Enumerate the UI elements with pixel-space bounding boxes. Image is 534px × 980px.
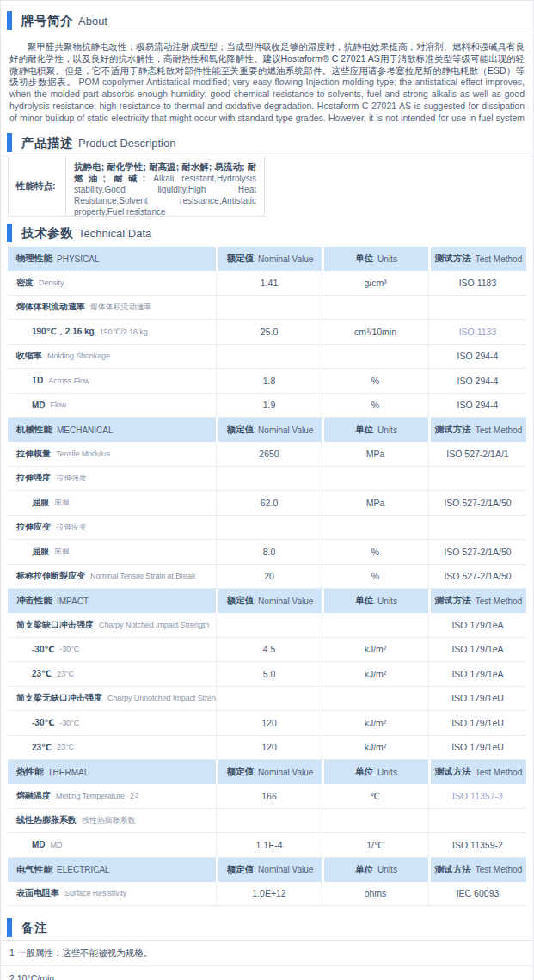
table-row: -30℃-30°C120kJ/m²ISO 179/1eU	[8, 711, 526, 736]
group-name-zh: 电气性能	[16, 864, 52, 876]
col-header-nominal-value: 额定值Nominal Value	[216, 247, 322, 271]
nominal-value-cell: 2650	[216, 442, 322, 466]
table-row: 拉伸应变拉伸应变	[8, 516, 526, 541]
test-method-cell	[428, 809, 526, 833]
col-header-test-method-en: Test Method	[476, 426, 522, 435]
test-method-cell: ISO 527-2/1A/50	[428, 491, 526, 515]
col-header-test-method: 测试方法Test Method	[428, 247, 526, 271]
col-header-nominal-value-zh: 额定值	[227, 766, 255, 778]
property-label-cell: 熔体体积流动速率熔体体积流动速率	[8, 296, 216, 320]
property-label-en: Charpy Notched Impact Strength	[99, 621, 209, 629]
test-method-cell: ISO 179/1eU	[428, 687, 526, 711]
col-header-test-method-en: Test Method	[476, 597, 522, 606]
property-label-en: Molding Shrinkage	[47, 352, 110, 360]
table-group-header: 冲击性能IMPACT额定值Nominal Value单位Units测试方法Tes…	[8, 589, 526, 613]
table-row: 密度Density1.41g/cm³ISO 1183	[8, 271, 526, 296]
col-header-nominal-value-zh: 额定值	[227, 864, 255, 876]
col-header-nominal-value: 额定值Nominal Value	[216, 858, 322, 882]
test-method-cell: ISO 294-4	[428, 369, 526, 393]
test-method-link[interactable]: ISO 1133	[428, 320, 526, 344]
unit-cell: %	[322, 369, 428, 393]
test-method-cell: ISO 527-2/1A/50	[428, 540, 526, 564]
nominal-value-cell: 25.0	[216, 320, 322, 344]
test-method-cell: ISO 179/1eA	[428, 613, 526, 637]
nominal-value-cell	[216, 516, 322, 540]
table-row: 屈服屈服8.0%ISO 527-2/1A/50	[8, 540, 526, 565]
nominal-value-cell: 166	[216, 784, 322, 808]
col-header-units: 单位Units	[322, 418, 428, 442]
unit-cell: MPa	[322, 442, 428, 466]
unit-cell: MPa	[322, 491, 428, 515]
unit-cell: kJ/m²	[322, 711, 428, 735]
test-method-cell: ISO 11359-2	[428, 833, 526, 857]
col-header-test-method-zh: 测试方法	[435, 595, 471, 607]
test-method-cell	[428, 516, 526, 540]
nominal-value-cell: 1.41	[216, 271, 322, 295]
group-name-cell: 物理性能PHYSICAL	[8, 247, 216, 271]
datasheet-page: 牌号简介 About 聚甲醛共聚物抗静电改性；极易流动注射成型型；当成型件吸收足…	[0, 0, 534, 980]
nominal-value-cell	[216, 345, 322, 369]
col-header-nominal-value-en: Nominal Value	[258, 597, 313, 606]
table-row: 拉伸模量Tensile Modulus2650MPaISO 527-2/1A/1	[8, 442, 526, 467]
col-header-test-method-zh: 测试方法	[435, 864, 471, 876]
property-label-cell: 拉伸模量Tensile Modulus	[8, 442, 216, 466]
col-header-units: 单位Units	[322, 858, 428, 882]
property-label-zh: 表面电阻率	[16, 887, 59, 899]
group-name-cell: 热性能THERMAL	[8, 760, 216, 784]
section-title-en: Product Description	[78, 137, 175, 150]
table-row: 熔体体积流动速率熔体体积流动速率	[8, 296, 526, 321]
test-method-cell: ISO 179/1eU	[428, 736, 526, 760]
unit-cell	[322, 516, 428, 540]
col-header-units-en: Units	[377, 768, 397, 777]
table-group-header: 机械性能MECHANICAL额定值Nominal Value单位Units测试方…	[8, 418, 526, 442]
table-row: 屈服屈服62.0MPaISO 527-2/1A/50	[8, 491, 526, 516]
property-label-en: MD	[51, 841, 63, 849]
test-method-cell: ISO 179/1eA	[428, 638, 526, 662]
test-method-cell: ISO 179/1eA	[428, 662, 526, 686]
property-label-zh: 密度	[16, 277, 34, 289]
group-name-cell: 电气性能ELECTRICAL	[8, 858, 216, 882]
property-label-en: 熔体体积流动速率	[90, 302, 151, 313]
nominal-value-cell: 4.5	[216, 638, 322, 662]
section-technical-data: 技术参数 Technical Data 物理性能PHYSICAL额定值Nomin…	[1, 220, 533, 906]
property-label-cell: 拉伸强度拉伸强度	[8, 467, 216, 491]
test-method-link[interactable]: ISO 11357-3	[428, 784, 526, 808]
col-header-test-method-en: Test Method	[476, 254, 522, 264]
nominal-value-cell: 120	[216, 736, 322, 760]
unit-cell: 1/℃	[322, 833, 428, 857]
unit-cell	[322, 467, 428, 491]
property-label-zh: MD	[32, 401, 46, 410]
property-label-en: Density	[39, 279, 64, 287]
col-header-nominal-value-zh: 额定值	[227, 424, 255, 436]
unit-cell: ℃	[322, 784, 428, 808]
col-header-test-method-en: Test Method	[476, 768, 522, 777]
nominal-value-cell	[216, 809, 322, 833]
section-title-en: About	[78, 15, 107, 28]
section-accent-bar	[7, 224, 12, 242]
property-label-en: 190℃/2.16 kg	[100, 328, 148, 336]
unit-cell: kJ/m²	[322, 736, 428, 760]
group-name-zh: 热性能	[16, 766, 44, 778]
col-header-units: 单位Units	[322, 589, 428, 613]
unit-cell: cm³/10min	[322, 320, 428, 344]
property-label-cell: 收缩率Molding Shrinkage	[8, 345, 216, 369]
property-label-en: 线性热膨胀系数	[82, 815, 135, 826]
property-label-zh: 标称拉伸断裂应变	[16, 570, 85, 582]
property-label-zh: 拉伸应变	[16, 521, 51, 533]
feature-content: 抗静电; 耐化学性; 耐高温; 耐水解; 易流动; 耐燃油; 耐碱: Alkal…	[66, 156, 264, 216]
remarks-list: 1 一般属性：这些不能被视为规格。2 10°C/min	[1, 941, 533, 980]
property-label-zh: 23℃	[32, 669, 52, 678]
property-label-cell: 190℃，2.16 kg190℃/2.16 kg	[8, 320, 216, 344]
table-group-header: 电气性能ELECTRICAL额定值Nominal Value单位Units测试方…	[8, 858, 526, 882]
unit-cell	[322, 345, 428, 369]
table-row: MDMD1.1E-41/℃ISO 11359-2	[8, 833, 526, 858]
about-text-en: POM copolymer Antistatical modified; ver…	[9, 77, 525, 123]
table-row: 标称拉伸断裂应变Nominal Tensile Strain at Break2…	[8, 565, 526, 590]
property-label-zh: 拉伸模量	[16, 448, 51, 460]
test-method-cell: ISO 294-4	[428, 394, 526, 418]
nominal-value-cell: 1.0E+12	[216, 882, 322, 906]
property-label-cell: 屈服屈服	[8, 540, 216, 564]
group-name-zh: 冲击性能	[16, 595, 52, 607]
col-header-nominal-value-en: Nominal Value	[258, 426, 313, 435]
feature-label: 性能特点:	[9, 156, 66, 216]
